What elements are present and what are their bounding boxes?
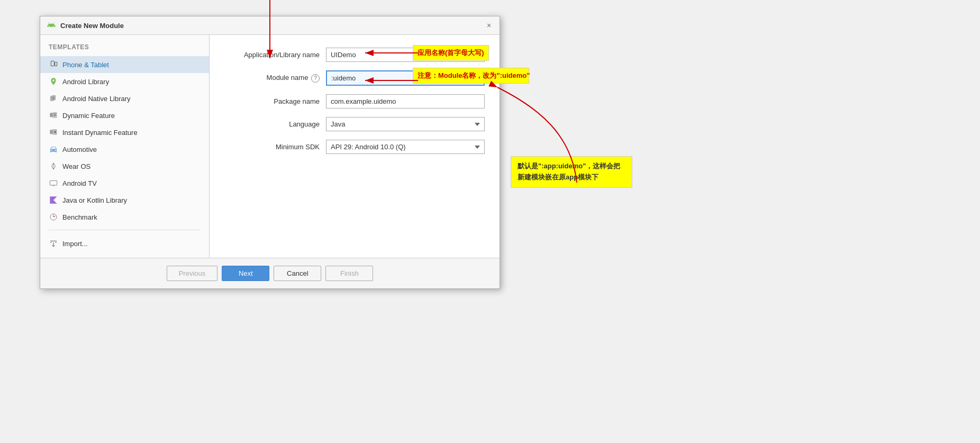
sidebar-label-phone-tablet: Phone & Tablet <box>62 61 109 69</box>
app-name-label: Application/Library name <box>224 51 320 59</box>
sidebar-item-android-tv[interactable]: Android TV <box>40 175 209 192</box>
sidebar-label-java-kotlin-library: Java or Kotlin Library <box>62 196 127 204</box>
sidebar-item-import[interactable]: Import... <box>40 234 209 252</box>
annotation-module-name: 注意：Module名称，改为":uidemo" <box>413 68 529 84</box>
sidebar-item-phone-tablet[interactable]: Phone & Tablet <box>40 56 209 73</box>
svg-rect-16 <box>50 180 57 185</box>
dialog-footer: Previous Next Cancel Finish <box>40 258 500 288</box>
benchmark-icon <box>49 212 58 222</box>
sidebar-label-instant-dynamic-feature: Instant Dynamic Feature <box>62 129 138 137</box>
library-icon <box>49 77 58 86</box>
android-title-icon <box>47 21 56 30</box>
import-label: Import... <box>62 240 88 248</box>
annotation-app-name: 应用名称(首字母大写) <box>413 45 489 61</box>
annotation-default-module: 默认是":app:uidemo"，这样会把新建模块嵌在原app模块下 <box>511 156 632 188</box>
dynamic-icon <box>49 111 58 120</box>
car-icon <box>49 144 58 154</box>
kotlin-icon <box>49 195 58 205</box>
sidebar-item-automotive[interactable]: Automotive <box>40 141 209 158</box>
tv-icon <box>49 178 58 188</box>
sidebar-item-instant-dynamic-feature[interactable]: Instant Dynamic Feature <box>40 124 209 141</box>
sidebar-label-wear-os: Wear OS <box>62 162 90 170</box>
svg-rect-6 <box>53 112 57 118</box>
sidebar-label-android-native-library: Android Native Library <box>62 95 131 103</box>
module-name-help-icon[interactable]: ? <box>311 74 320 83</box>
instant-icon <box>49 128 58 137</box>
sidebar-label-android-library: Android Library <box>62 78 109 86</box>
svg-marker-19 <box>50 196 57 203</box>
minimum-sdk-label: Minimum SDK <box>224 143 320 151</box>
sidebar-item-android-library[interactable]: Android Library <box>40 73 209 90</box>
svg-rect-13 <box>53 163 55 165</box>
sidebar-item-wear-os[interactable]: Wear OS <box>40 158 209 175</box>
package-name-input[interactable] <box>326 94 485 109</box>
sidebar-header: Templates <box>40 40 209 56</box>
close-button[interactable]: × <box>485 21 493 30</box>
previous-button[interactable]: Previous <box>167 266 218 281</box>
native-icon: ≡ <box>49 94 58 103</box>
sidebar-item-java-kotlin-library[interactable]: Java or Kotlin Library <box>40 192 209 209</box>
watch-icon <box>49 161 58 171</box>
language-select[interactable]: Java Kotlin <box>326 117 485 131</box>
svg-rect-14 <box>53 168 55 169</box>
module-name-label: Module name ? <box>224 74 320 83</box>
sidebar-label-dynamic-feature: Dynamic Feature <box>62 112 115 120</box>
sidebar-item-benchmark[interactable]: Benchmark <box>40 209 209 225</box>
title-bar: Create New Module × <box>40 16 500 35</box>
svg-rect-1 <box>55 62 57 66</box>
package-name-row: Package name <box>224 94 485 109</box>
finish-button[interactable]: Finish <box>325 266 373 281</box>
sidebar-label-automotive: Automotive <box>62 146 97 153</box>
phone-icon <box>49 60 58 69</box>
sidebar-divider <box>49 230 201 230</box>
language-label: Language <box>224 120 320 128</box>
package-name-label: Package name <box>224 97 320 105</box>
import-icon <box>49 239 58 248</box>
minimum-sdk-select[interactable]: API 29: Android 10.0 (Q) API 28: Android… <box>326 140 485 154</box>
minimum-sdk-row: Minimum SDK API 29: Android 10.0 (Q) API… <box>224 140 485 154</box>
sidebar-label-android-tv: Android TV <box>62 179 97 187</box>
sidebar-label-benchmark: Benchmark <box>62 213 97 221</box>
dialog-title: Create New Module <box>60 22 480 30</box>
next-button[interactable]: Next <box>222 266 269 281</box>
sidebar-item-android-native-library[interactable]: ≡ Android Native Library <box>40 90 209 107</box>
svg-rect-0 <box>51 61 54 66</box>
sidebar: Templates Phone & Tablet And <box>40 35 210 258</box>
svg-point-15 <box>53 166 54 167</box>
language-row: Language Java Kotlin <box>224 117 485 131</box>
sidebar-item-dynamic-feature[interactable]: Dynamic Feature <box>40 107 209 124</box>
cancel-button[interactable]: Cancel <box>274 266 321 281</box>
